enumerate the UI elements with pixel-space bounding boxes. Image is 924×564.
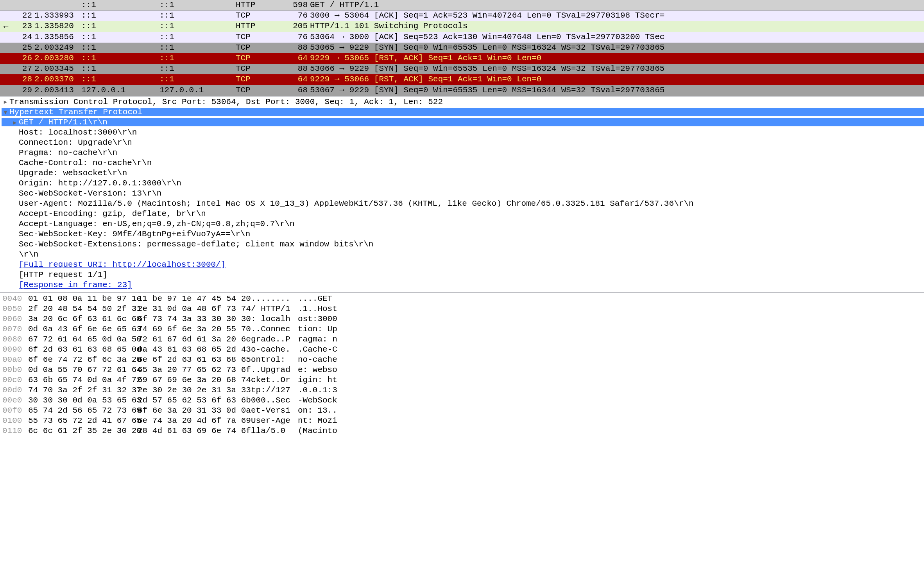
col-info: GET / HTTP/1.1 (309, 0, 924, 10)
hex-row[interactable]: 00502f 20 48 54 54 50 2f 312e 31 0d 0a 4… (0, 305, 924, 315)
hex-ascii: ........ (251, 295, 294, 305)
detail-text: Origin: http://127.0.0.1:3000\r\n (19, 179, 181, 187)
hex-row[interactable]: 00e030 30 30 0d 0a 53 65 632d 57 65 62 5… (0, 396, 924, 406)
hex-ascii: tp://127 (251, 386, 294, 396)
col-time: 1.335856 (33, 32, 80, 43)
hex-row[interactable]: 00c063 6b 65 74 0d 0a 4f 7269 67 69 6e 3… (0, 376, 924, 386)
disclosure-triangle-icon[interactable] (11, 189, 19, 191)
detail-tree-row[interactable]: [Response in frame: 23] (0, 281, 924, 291)
disclosure-triangle-icon[interactable] (11, 128, 19, 130)
detail-tree-row[interactable]: Origin: http://127.0.0.1:3000\r\n (0, 179, 924, 189)
detail-tree-row[interactable]: [Full request URI: http://localhost:3000… (0, 260, 924, 271)
hex-ascii: tion: Up (298, 325, 345, 335)
disclosure-triangle-icon[interactable] (11, 281, 19, 282)
disclosure-triangle-icon[interactable] (11, 210, 19, 211)
col-info: 9229 → 53066 [RST, ACK] Seq=1 Ack=1 Win=… (309, 74, 924, 85)
detail-tree-row[interactable]: Transmission Control Protocol, Src Port:… (0, 98, 924, 108)
hex-row[interactable]: 00603a 20 6c 6f 63 61 6c 686f 73 74 3a 3… (0, 315, 924, 325)
detail-tree-row[interactable]: Connection: Upgrade\r\n (0, 138, 924, 149)
disclosure-triangle-icon[interactable] (11, 169, 19, 171)
hex-row[interactable]: 008067 72 61 64 65 0d 0a 5072 61 67 6d 6… (0, 335, 924, 345)
hex-row[interactable]: 01106c 6c 61 2f 35 2e 30 2028 4d 61 63 6… (0, 427, 924, 437)
detail-tree-row[interactable]: Sec-WebSocket-Key: 9MfE/4BgtnPg+eifVuo7y… (0, 230, 924, 240)
disclosure-triangle-icon[interactable] (11, 260, 19, 262)
detail-text: Accept-Encoding: gzip, deflate, br\r\n (19, 210, 206, 218)
detail-tree-row[interactable]: Upgrade: websocket\r\n (0, 169, 924, 179)
disclosure-triangle-icon[interactable] (11, 271, 19, 272)
disclosure-triangle-icon[interactable] (11, 119, 19, 126)
col-source: ::1 (80, 74, 158, 85)
detail-tree-row[interactable]: Accept-Language: en-US,en;q=0.9,zh-CN;q=… (0, 220, 924, 230)
disclosure-triangle-icon[interactable] (11, 220, 19, 221)
disclosure-triangle-icon[interactable] (11, 149, 19, 150)
hex-bytes: 3a 20 6c 6f 63 61 6c 68 (28, 315, 130, 325)
hex-ascii: ..Upgrad (251, 366, 294, 376)
hex-row[interactable]: 00700d 0a 43 6f 6e 6e 65 6374 69 6f 6e 3… (0, 325, 924, 335)
detail-text: Accept-Language: en-US,en;q=0.9,zh-CN;q=… (19, 220, 295, 228)
disclosure-triangle-icon[interactable] (11, 199, 19, 201)
related-packet-icon (0, 43, 12, 53)
hex-ascii: ..Connec (251, 325, 294, 335)
col-info: HTTP/1.1 101 Switching Protocols (309, 21, 924, 32)
related-packet-icon (0, 74, 12, 85)
packet-row[interactable]: 241.335856::1::1TCP7653064 → 3000 [ACK] … (0, 32, 924, 43)
packet-row[interactable]: 252.003249::1::1TCP8853065 → 9229 [SYN] … (0, 43, 924, 53)
packet-row[interactable]: ←231.335820::1::1HTTP205HTTP/1.1 101 Swi… (0, 21, 924, 32)
detail-tree-row[interactable]: \r\n (0, 250, 924, 260)
disclosure-triangle-icon[interactable] (11, 138, 19, 140)
packet-row[interactable]: ::1::1HTTP598GET / HTTP/1.1 (0, 0, 924, 11)
hex-row[interactable]: 00b00d 0a 55 70 67 72 61 6465 3a 20 77 6… (0, 366, 924, 376)
detail-tree-row[interactable]: Hypertext Transfer Protocol (0, 108, 924, 118)
col-dest: ::1 (158, 32, 235, 43)
hex-row[interactable]: 004001 01 08 0a 11 be 97 1e11 be 97 1e 4… (0, 295, 924, 305)
detail-tree-row[interactable]: Accept-Encoding: gzip, deflate, br\r\n (0, 210, 924, 220)
detail-tree-row[interactable]: User-Agent: Mozilla/5.0 (Macintosh; Inte… (0, 199, 924, 210)
packet-row[interactable]: 262.003280::1::1TCP649229 → 53065 [RST, … (0, 53, 924, 64)
hex-row[interactable]: 010055 73 65 72 2d 41 67 656e 74 3a 20 4… (0, 417, 924, 427)
packet-list-pane[interactable]: ::1::1HTTP598GET / HTTP/1.1221.333993::1… (0, 0, 924, 96)
col-no: 23 (12, 21, 33, 32)
hex-ascii: lla/5.0 (251, 427, 294, 437)
col-no: 22 (12, 11, 33, 21)
col-time: 2.003413 (33, 85, 80, 96)
packet-bytes-pane[interactable]: 004001 01 08 0a 11 be 97 1e11 be 97 1e 4… (0, 293, 924, 437)
detail-tree-row[interactable]: Cache-Control: no-cache\r\n (0, 159, 924, 169)
detail-tree-row[interactable]: GET / HTTP/1.1\r\n (0, 118, 924, 128)
col-protocol: HTTP (235, 21, 274, 32)
related-packet-icon (0, 32, 12, 43)
col-no: 29 (12, 85, 33, 96)
disclosure-triangle-icon[interactable] (11, 230, 19, 232)
detail-text: Sec-WebSocket-Key: 9MfE/4BgtnPg+eifVuo7y… (19, 230, 250, 238)
col-time (33, 0, 80, 10)
col-source: ::1 (80, 53, 158, 64)
hex-offset: 00b0 (0, 366, 28, 376)
col-time: 1.335820 (33, 21, 80, 32)
hex-row[interactable]: 00906f 2d 63 61 63 68 65 0d0a 43 61 63 6… (0, 345, 924, 356)
disclosure-triangle-icon[interactable] (2, 98, 9, 105)
disclosure-triangle-icon[interactable] (11, 179, 19, 181)
packet-row[interactable]: 292.003413127.0.0.1127.0.0.1TCP6853067 →… (0, 85, 924, 96)
hex-ascii: e: webso (298, 366, 345, 376)
detail-text: \r\n (19, 250, 38, 259)
packet-row[interactable]: 272.003345::1::1TCP8853066 → 9229 [SYN] … (0, 64, 924, 74)
detail-tree-row[interactable]: Host: localhost:3000\r\n (0, 128, 924, 138)
disclosure-triangle-icon[interactable] (11, 159, 19, 160)
disclosure-triangle-icon[interactable] (11, 240, 19, 242)
hex-offset: 0110 (0, 427, 28, 437)
hex-bytes: 2e 30 2e 30 2e 31 3a 33 (138, 386, 239, 396)
detail-tree-row[interactable]: [HTTP request 1/1] (0, 271, 924, 281)
disclosure-triangle-icon[interactable] (11, 250, 19, 252)
detail-tree-row[interactable]: Sec-WebSocket-Version: 13\r\n (0, 189, 924, 199)
col-length: 64 (274, 53, 309, 64)
hex-row[interactable]: 00a06f 6e 74 72 6f 6c 3a 206e 6f 2d 63 6… (0, 356, 924, 366)
hex-row[interactable]: 00d074 70 3a 2f 2f 31 32 372e 30 2e 30 2… (0, 386, 924, 396)
col-no (12, 0, 33, 10)
packet-row[interactable]: 221.333993::1::1TCP763000 → 53064 [ACK] … (0, 11, 924, 21)
packet-details-pane[interactable]: Transmission Control Protocol, Src Port:… (0, 96, 924, 293)
disclosure-triangle-icon[interactable] (2, 108, 9, 115)
detail-tree-row[interactable]: Pragma: no-cache\r\n (0, 149, 924, 159)
packet-row[interactable]: 282.003370::1::1TCP649229 → 53066 [RST, … (0, 74, 924, 85)
hex-row[interactable]: 00f065 74 2d 56 65 72 73 696f 6e 3a 20 3… (0, 406, 924, 417)
col-dest: ::1 (158, 64, 235, 74)
detail-tree-row[interactable]: Sec-WebSocket-Extensions: permessage-def… (0, 240, 924, 250)
